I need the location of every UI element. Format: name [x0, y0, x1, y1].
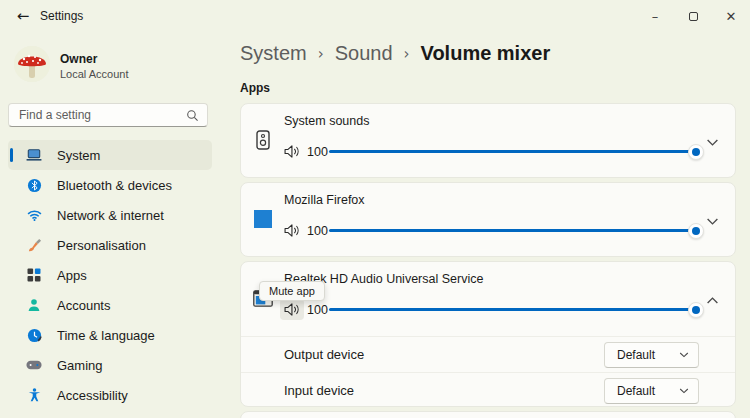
- wifi-icon: [26, 207, 42, 223]
- bluetooth-icon: [26, 177, 42, 193]
- apps-section-label: Apps: [240, 81, 270, 95]
- volume-value: 100: [307, 303, 328, 317]
- sidebar-item-label: System: [57, 148, 100, 163]
- sidebar-item-label: Apps: [57, 268, 87, 283]
- minimize-icon: –: [652, 9, 659, 24]
- firefox-app-icon: [252, 207, 274, 231]
- firefox-icon-placeholder: [254, 210, 272, 228]
- user-account-type: Local Account: [60, 68, 129, 80]
- next-card-partial: [240, 411, 736, 418]
- slider-track[interactable]: [329, 229, 701, 232]
- page-title: Volume mixer: [421, 42, 551, 65]
- app-name: System sounds: [284, 114, 369, 128]
- maximize-icon: [689, 12, 698, 21]
- clock-icon: [26, 327, 42, 343]
- sidebar-item-label: Time & language: [57, 328, 155, 343]
- sidebar-item-apps[interactable]: Apps: [8, 260, 212, 290]
- slider-track[interactable]: [329, 150, 701, 153]
- sidebar: Owner Local Account System Bluetooth & d…: [0, 32, 220, 418]
- output-device-dropdown[interactable]: Default: [604, 342, 699, 368]
- expand-button[interactable]: [699, 210, 725, 232]
- collapse-button[interactable]: [699, 289, 725, 311]
- app-volume-card-firefox: Mozilla Firefox 100: [240, 182, 736, 257]
- sidebar-item-time-language[interactable]: Time & language: [8, 320, 212, 350]
- search-icon: [186, 109, 199, 122]
- person-icon: [26, 297, 42, 313]
- chevron-down-icon: [679, 387, 689, 395]
- sidebar-item-network-internet[interactable]: Network & internet: [8, 200, 212, 230]
- output-device-row: Output device Default: [241, 336, 735, 372]
- search-box[interactable]: [8, 103, 208, 127]
- tooltip-text: Mute app: [269, 285, 315, 297]
- close-icon: ✕: [726, 9, 737, 24]
- mute-app-tooltip: Mute app: [259, 281, 325, 301]
- breadcrumb: System › Sound › Volume mixer: [240, 42, 550, 65]
- breadcrumb-sound[interactable]: Sound: [335, 42, 393, 65]
- gamepad-icon: [26, 357, 42, 373]
- speaker-cabinet-icon: [252, 128, 274, 152]
- chevron-down-icon: [679, 351, 689, 359]
- volume-value: 100: [307, 145, 328, 159]
- sidebar-item-label: Gaming: [57, 358, 103, 373]
- sidebar-item-label: Bluetooth & devices: [57, 178, 172, 193]
- accessibility-person-icon: [26, 387, 42, 403]
- sidebar-item-label: Accessibility: [57, 388, 128, 403]
- window-controls: – ✕: [636, 0, 750, 32]
- mute-button[interactable]: [280, 141, 304, 162]
- maximize-button[interactable]: [674, 0, 712, 32]
- volume-icon: [284, 224, 301, 237]
- chevron-down-icon: [706, 215, 719, 228]
- paintbrush-icon: [26, 237, 42, 253]
- mute-button[interactable]: [280, 220, 304, 241]
- sidebar-item-label: Personalisation: [57, 238, 146, 253]
- back-icon: ←: [17, 7, 30, 25]
- input-device-row: Input device Default: [241, 372, 735, 408]
- slider-track[interactable]: [329, 308, 701, 311]
- apps-grid-icon: [26, 267, 42, 283]
- breadcrumb-separator: ›: [318, 45, 324, 63]
- sidebar-nav: System Bluetooth & devices Network & int…: [8, 140, 212, 410]
- breadcrumb-system[interactable]: System: [240, 42, 307, 65]
- volume-slider[interactable]: [329, 302, 701, 318]
- dropdown-value: Default: [617, 384, 655, 398]
- window-title: Settings: [40, 9, 83, 23]
- minimize-button[interactable]: –: [636, 0, 674, 32]
- app-name: Mozilla Firefox: [284, 193, 365, 207]
- sidebar-item-label: Accounts: [57, 298, 110, 313]
- volume-icon: [284, 303, 301, 316]
- sidebar-item-gaming[interactable]: Gaming: [8, 350, 212, 380]
- user-name: Owner: [60, 52, 97, 66]
- output-device-label: Output device: [284, 347, 364, 362]
- volume-value: 100: [307, 224, 328, 238]
- chevron-down-icon: [706, 136, 719, 149]
- sidebar-item-system[interactable]: System: [8, 140, 212, 170]
- sidebar-item-accessibility[interactable]: Accessibility: [8, 380, 212, 410]
- sidebar-item-bluetooth-devices[interactable]: Bluetooth & devices: [8, 170, 212, 200]
- sidebar-item-personalisation[interactable]: Personalisation: [8, 230, 212, 260]
- sidebar-item-accounts[interactable]: Accounts: [8, 290, 212, 320]
- app-volume-card-system-sounds: System sounds 100: [240, 103, 736, 178]
- volume-slider[interactable]: [329, 144, 701, 160]
- avatar[interactable]: [14, 46, 50, 82]
- chevron-up-icon: [706, 294, 719, 307]
- back-button[interactable]: ←: [10, 4, 36, 28]
- volume-icon: [284, 145, 301, 158]
- volume-slider[interactable]: [329, 223, 701, 239]
- expand-button[interactable]: [699, 131, 725, 153]
- mushroom-avatar-image: [14, 46, 50, 82]
- selected-indicator: [10, 148, 13, 162]
- system-icon: [26, 147, 42, 163]
- app-volume-card-realtek: Realtek HD Audio Universal Service Mute …: [240, 261, 736, 407]
- input-device-label: Input device: [284, 383, 354, 398]
- search-input[interactable]: [9, 104, 207, 126]
- titlebar: ← Settings – ✕: [0, 0, 750, 32]
- breadcrumb-separator: ›: [404, 45, 410, 63]
- input-device-dropdown[interactable]: Default: [604, 378, 699, 404]
- close-button[interactable]: ✕: [712, 0, 750, 32]
- mute-button[interactable]: [280, 299, 304, 320]
- dropdown-value: Default: [617, 348, 655, 362]
- sidebar-item-label: Network & internet: [57, 208, 164, 223]
